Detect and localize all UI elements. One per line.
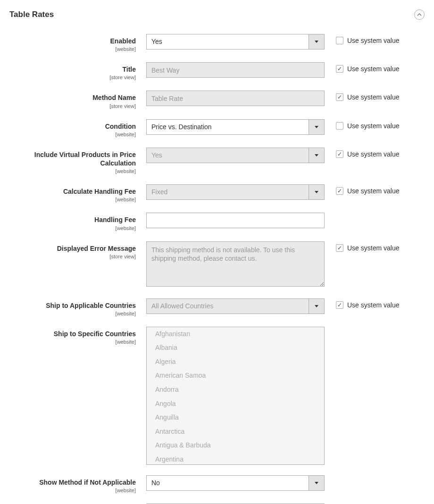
chevron-down-icon [309, 120, 324, 134]
shipspec-multiselect[interactable]: AfghanistanAlbaniaAlgeriaAmerican SamoaA… [146, 327, 325, 465]
shipapp-select[interactable]: All Allowed Countries [146, 298, 325, 314]
chevron-down-icon [309, 476, 324, 490]
condition-select[interactable]: Price vs. Destination [146, 119, 325, 135]
condition-label: Condition [9, 122, 136, 131]
country-option[interactable]: Antigua & Barbuda [147, 438, 324, 453]
enabled-label: Enabled [9, 37, 136, 45]
title-sys-checkbox[interactable] [336, 65, 343, 73]
method-scope: [store view] [9, 103, 136, 109]
errmsg-textarea[interactable] [146, 241, 325, 287]
virtual-sys-checkbox[interactable] [336, 150, 343, 158]
shipspec-scope: [website] [9, 339, 136, 345]
shipapp-label: Ship to Applicable Countries [9, 301, 136, 310]
shipapp-sys-label[interactable]: Use system value [347, 301, 399, 309]
condition-scope: [website] [9, 132, 136, 137]
country-option[interactable]: Angola [147, 397, 324, 411]
chevron-down-icon [309, 34, 324, 49]
calcfee-scope: [website] [9, 197, 136, 202]
errmsg-label: Displayed Error Message [9, 244, 136, 253]
chevron-up-icon [417, 12, 422, 17]
country-option[interactable]: Argentina [147, 453, 324, 465]
collapse-button[interactable] [414, 9, 425, 20]
country-option[interactable]: American Samoa [147, 369, 324, 383]
showna-scope: [website] [9, 487, 136, 493]
method-input[interactable] [146, 91, 325, 106]
calcfee-sys-label[interactable]: Use system value [347, 187, 399, 195]
title-label: Title [9, 65, 136, 74]
country-option[interactable]: Andorra [147, 383, 324, 397]
calcfee-sys-checkbox[interactable] [336, 187, 343, 195]
virtual-scope: [website] [9, 168, 136, 174]
chevron-down-icon [309, 148, 324, 163]
country-option[interactable]: Afghanistan [147, 327, 324, 341]
title-input[interactable] [146, 62, 325, 78]
shipspec-label: Ship to Specific Countries [9, 330, 136, 338]
handfee-input[interactable] [146, 213, 325, 228]
handfee-label: Handling Fee [9, 215, 136, 224]
errmsg-sys-label[interactable]: Use system value [347, 244, 399, 252]
enabled-sys-label[interactable]: Use system value [347, 37, 399, 44]
condition-sys-label[interactable]: Use system value [347, 122, 399, 130]
virtual-sys-label[interactable]: Use system value [347, 150, 399, 158]
enabled-scope: [website] [9, 46, 136, 52]
showna-label: Show Method if Not Applicable [9, 478, 136, 487]
virtual-select[interactable]: Yes [146, 148, 325, 163]
condition-sys-checkbox[interactable] [336, 122, 343, 130]
calcfee-select[interactable]: Fixed [146, 184, 325, 200]
shipapp-scope: [website] [9, 311, 136, 316]
shipapp-sys-checkbox[interactable] [336, 301, 343, 309]
errmsg-scope: [store view] [9, 254, 136, 259]
country-option[interactable]: Algeria [147, 355, 324, 369]
method-sys-label[interactable]: Use system value [347, 93, 399, 101]
title-scope: [store view] [9, 74, 136, 80]
country-option[interactable]: Anguilla [147, 411, 324, 425]
errmsg-sys-checkbox[interactable] [336, 244, 343, 252]
enabled-select[interactable]: Yes [146, 34, 325, 50]
showna-select[interactable]: No [146, 475, 325, 491]
method-sys-checkbox[interactable] [336, 93, 343, 101]
handfee-scope: [website] [9, 225, 136, 231]
method-label: Method Name [9, 93, 136, 102]
chevron-down-icon [309, 185, 324, 199]
country-option[interactable]: Albania [147, 341, 324, 355]
country-option[interactable]: Antarctica [147, 425, 324, 439]
enabled-sys-checkbox[interactable] [336, 37, 343, 44]
virtual-label: Include Virtual Products in Price Calcul… [9, 150, 136, 167]
calcfee-label: Calculate Handling Fee [9, 187, 136, 196]
section-title: Table Rates [9, 10, 54, 19]
title-sys-label[interactable]: Use system value [347, 65, 399, 73]
chevron-down-icon [309, 299, 324, 314]
